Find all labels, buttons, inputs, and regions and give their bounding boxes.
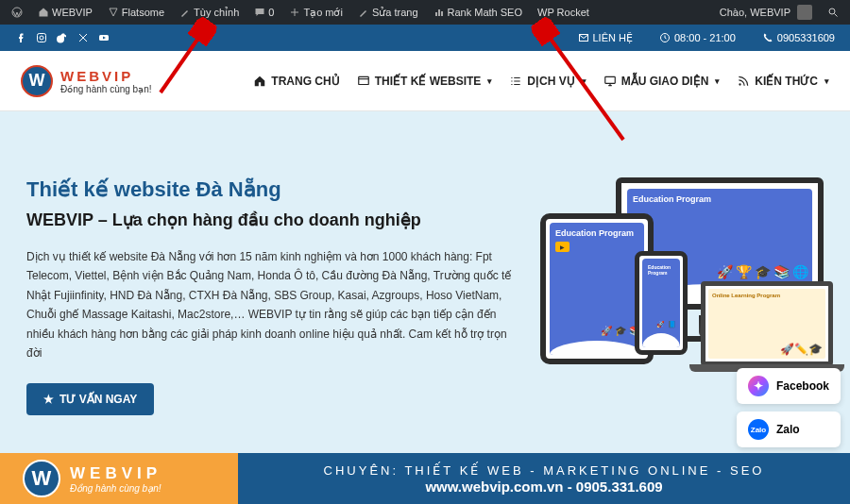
wordpress-icon <box>11 7 23 18</box>
adminbar-customize[interactable]: Tùy chỉnh <box>174 0 245 25</box>
svg-rect-7 <box>358 76 368 84</box>
brush-icon <box>179 7 191 18</box>
home-icon <box>38 7 49 18</box>
top-contact-bar: LIÊN HỆ 08:00 - 21:00 0905331609 <box>0 25 850 51</box>
list-icon <box>509 75 522 88</box>
zalo-icon: Zalo <box>748 419 769 440</box>
chevron-down-icon: ▾ <box>487 76 492 86</box>
clock-icon <box>659 32 671 43</box>
card-subtitle <box>633 204 807 210</box>
monitor-icon <box>604 75 617 88</box>
svg-rect-2 <box>38 34 46 42</box>
phone-icon <box>762 32 774 43</box>
logo-tagline: Đồng hành cùng bạn! <box>60 84 152 94</box>
nav-knowledge[interactable]: KIẾN THỨC▾ <box>737 75 829 88</box>
footer-tagline: Đồng hành cùng bạn! <box>70 483 162 494</box>
nav-services[interactable]: DỊCH VỤ▾ <box>509 75 586 88</box>
topbar-phone[interactable]: 0905331609 <box>762 32 835 43</box>
nav-templates[interactable]: MẪU GIAO DIỆN▾ <box>604 75 721 88</box>
card-icons: 🚀🏆🎓📚🌐 <box>717 264 808 279</box>
youtube-icon[interactable] <box>98 32 110 43</box>
logo-mark: W <box>21 65 53 97</box>
footer-banner: W WEBVIP Đồng hành cùng bạn! CHUYÊN: THI… <box>0 453 850 504</box>
messenger-icon: ✦ <box>748 376 769 396</box>
cta-button[interactable]: ★ TƯ VẤN NGAY <box>26 383 154 415</box>
hero-section: Thiết kế website Đà Nẵng WEBVIP – Lựa ch… <box>0 111 850 434</box>
webdesign-icon <box>357 75 370 88</box>
zalo-chat-widget[interactable]: Zalo Zalo <box>737 412 841 447</box>
wp-logo[interactable] <box>6 0 28 25</box>
hero-description: Dịch vụ thiết kế website Đà Nẵng với hơn… <box>26 247 512 362</box>
header-logo[interactable]: W WEBVIP Đồng hành cùng bạn! <box>21 65 152 97</box>
footer-brand: WEBVIP <box>70 464 162 483</box>
tiktok-icon[interactable] <box>57 32 68 43</box>
home-icon <box>253 75 266 88</box>
facebook-chat-widget[interactable]: ✦ Facebook <box>737 368 841 404</box>
hero-title: Thiết kế website Đà Nẵng <box>26 177 512 202</box>
pencil-icon <box>358 7 369 18</box>
footer-line1: CHUYÊN: THIẾT KẾ WEB - MARKETING ONLINE … <box>238 463 850 478</box>
hero-subtitle: WEBVIP – Lựa chọn hàng đầu cho doanh ngh… <box>26 210 512 230</box>
comment-icon <box>254 7 265 18</box>
main-header: W WEBVIP Đồng hành cùng bạn! TRANG CHỦ T… <box>0 51 850 111</box>
search-icon <box>827 7 839 18</box>
chevron-down-icon: ▾ <box>582 76 586 86</box>
chevron-down-icon: ▾ <box>715 76 720 86</box>
nav-home[interactable]: TRANG CHỦ <box>253 75 339 88</box>
adminbar-new[interactable]: Tạo mới <box>283 0 348 25</box>
laptop-device: Online Learning Program 🚀✏️🎓 <box>701 281 833 366</box>
social-icons <box>15 32 110 43</box>
wp-admin-bar: WEBVIP Flatsome Tùy chỉnh 0 Tạo mới Sửa … <box>0 0 850 25</box>
adminbar-greeting[interactable]: Chào, WEBVIP <box>714 0 818 25</box>
mail-icon <box>578 32 589 43</box>
instagram-icon[interactable] <box>36 32 47 43</box>
contact-link[interactable]: LIÊN HỆ <box>578 32 633 44</box>
svg-point-9 <box>740 83 741 85</box>
svg-rect-8 <box>604 76 615 83</box>
devices-mockup: Education Program ▶ 🚀🏆🎓📚🌐 Education Prog… <box>540 177 824 376</box>
adminbar-site-name[interactable]: WEBVIP <box>32 0 98 25</box>
rss-icon <box>737 75 750 88</box>
twitter-icon[interactable] <box>77 32 89 43</box>
nav-design[interactable]: THIẾT KẾ WEBSITE▾ <box>357 75 493 88</box>
chevron-down-icon: ▾ <box>824 76 829 86</box>
svg-point-3 <box>40 36 43 40</box>
svg-point-1 <box>829 8 835 14</box>
plus-icon <box>289 7 300 18</box>
phone-device: Education Program 🚀📘 <box>635 251 688 355</box>
footer-logo-mark: W <box>23 460 60 497</box>
adminbar-flatsome[interactable]: Flatsome <box>102 0 170 25</box>
adminbar-search[interactable] <box>822 0 844 25</box>
adminbar-wprocket[interactable]: WP Rocket <box>532 0 595 25</box>
star-icon: ★ <box>43 393 54 406</box>
footer-line2: www.webvip.com.vn - 0905.331.609 <box>238 479 850 495</box>
adminbar-edit-page[interactable]: Sửa trang <box>352 0 424 25</box>
facebook-icon[interactable] <box>15 32 26 43</box>
adminbar-rankmath[interactable]: Rank Math SEO <box>428 0 528 25</box>
card-title: Education Program <box>633 194 807 204</box>
floating-chat-widgets: ✦ Facebook Zalo Zalo <box>737 368 841 447</box>
working-hours: 08:00 - 21:00 <box>659 32 736 43</box>
adminbar-comments[interactable]: 0 <box>248 0 280 25</box>
chart-icon <box>434 7 445 18</box>
main-nav: TRANG CHỦ THIẾT KẾ WEBSITE▾ DỊCH VỤ▾ MẪU… <box>253 75 829 88</box>
logo-brand: WEBVIP <box>60 68 152 84</box>
avatar-icon <box>797 5 812 20</box>
flatsome-icon <box>108 7 119 18</box>
